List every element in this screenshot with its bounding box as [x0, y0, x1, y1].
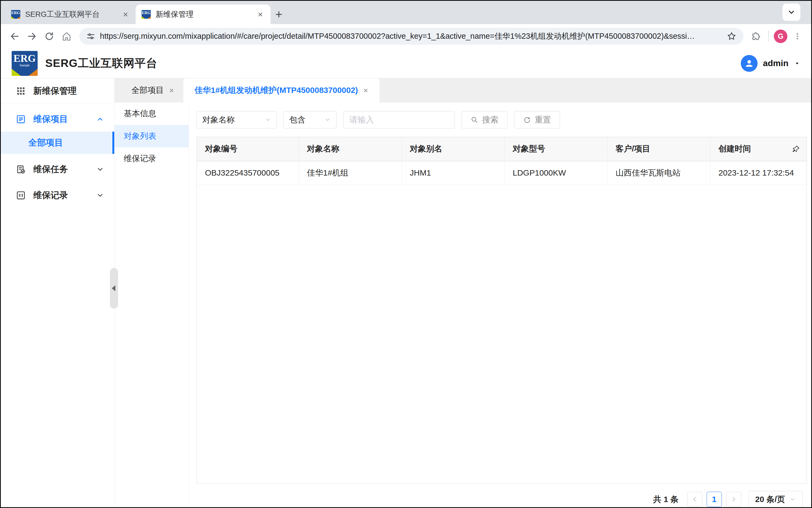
sidebar-item-all-projects[interactable]: 全部项目 [1, 132, 114, 154]
browser-tab-maintenance[interactable]: ERG 新维保管理 × [136, 5, 271, 24]
col-create-time: 创建时间 [710, 137, 807, 161]
col-object-id: 对象编号 [197, 137, 299, 161]
detail-subnav: 基本信息 对象列表 维保记录 [114, 102, 189, 507]
reset-refresh-icon [523, 116, 531, 124]
new-tab-button[interactable]: + [275, 8, 282, 20]
forward-button[interactable] [25, 29, 39, 44]
subnav-item-object-list[interactable]: 对象列表 [114, 125, 189, 147]
chevron-down-icon [787, 8, 796, 16]
search-icon [471, 116, 478, 124]
user-avatar [741, 55, 758, 72]
caret-down-icon [794, 60, 800, 67]
chevron-down-icon [265, 117, 271, 123]
kebab-menu-icon [793, 32, 802, 40]
chevron-down-icon [324, 117, 331, 123]
browser-menu-button[interactable] [790, 29, 805, 44]
tab-close-icon[interactable]: × [121, 9, 130, 19]
cell-object-name: 佳华1#机组 [299, 161, 401, 185]
chevron-down-icon [96, 166, 104, 173]
search-button[interactable]: 搜索 [462, 111, 508, 128]
browser-tab-serg-platform[interactable]: ERG SERG工业互联网平台 × [5, 5, 136, 24]
col-object-alias: 对象别名 [401, 137, 505, 161]
sidebar-module-title[interactable]: 新维保管理 [1, 82, 114, 100]
app-body: 新维保管理 维保项目 全部项目 维保任务 维保记录 全部项目 [1, 78, 811, 507]
app-header: ERG Sample SERG工业互联网平台 admin [1, 48, 811, 78]
back-button[interactable] [7, 29, 22, 44]
pagination-total: 共 1 条 [653, 494, 678, 505]
sidebar-collapse-handle[interactable] [110, 268, 118, 308]
cell-object-id: OBJ3225435700005 [197, 161, 299, 185]
object-list-panel: 对象名称 包含 搜索 重置 [189, 102, 811, 507]
tab-close-icon[interactable]: × [256, 9, 265, 19]
cell-create-time: 2023-12-12 17:32:54 [710, 161, 807, 185]
site-settings-icon [86, 32, 95, 41]
reload-button[interactable] [42, 29, 57, 44]
erg-favicon: ERG [142, 10, 151, 19]
sidebar: 新维保管理 维保项目 全部项目 维保任务 维保记录 [1, 78, 114, 507]
sidebar-item-label: 全部项目 [29, 137, 63, 149]
chevron-left-icon [691, 496, 698, 503]
filter-field-select[interactable]: 对象名称 [197, 111, 277, 128]
cell-customer-project: 山西佳华瓦斯电站 [607, 161, 710, 185]
subnav-item-maintenance-records[interactable]: 维保记录 [114, 147, 189, 170]
object-table: 对象编号 对象名称 对象别名 对象型号 客户/项目 创建时间 [197, 137, 807, 483]
tab-close-icon[interactable]: × [363, 86, 368, 94]
sidebar-item-maintenance-tasks[interactable]: 维保任务 [1, 159, 114, 180]
chevron-right-icon [730, 496, 737, 503]
chevron-down-icon [96, 192, 104, 199]
project-list-icon [16, 114, 26, 124]
sidebar-item-label: 维保任务 [33, 163, 68, 175]
user-name: admin [763, 58, 789, 68]
apps-grid-icon [16, 86, 26, 96]
sidebar-group-label: 维保项目 [33, 113, 68, 125]
home-button[interactable] [59, 29, 74, 44]
person-icon [744, 58, 755, 69]
reload-icon [44, 32, 54, 41]
page-tab-all-projects[interactable]: 全部项目 × [124, 78, 181, 102]
detail-body: 基本信息 对象列表 维保记录 对象名称 包含 [114, 102, 811, 507]
pin-icon[interactable] [792, 145, 800, 153]
tab-close-icon[interactable]: × [169, 86, 174, 94]
url-bar[interactable]: https://serg.mixyun.com/mixapplication/#… [79, 28, 744, 45]
pagination-prev-button[interactable] [687, 492, 702, 507]
extensions-button[interactable] [749, 29, 764, 44]
browser-tabstrip: ERG SERG工业互联网平台 × ERG 新维保管理 × + [1, 1, 811, 24]
app-title: SERG工业互联网平台 [45, 56, 157, 71]
extensions-puzzle-icon [751, 32, 761, 41]
col-customer-project: 客户/项目 [607, 137, 710, 161]
sidebar-divider [1, 104, 114, 104]
sidebar-group-maintenance-projects[interactable]: 维保项目 [1, 109, 114, 129]
filter-bar: 对象名称 包含 搜索 重置 [197, 111, 807, 128]
sidebar-item-label: 维保记录 [33, 189, 68, 201]
reset-button[interactable]: 重置 [514, 111, 560, 128]
pagination-next-button[interactable] [726, 492, 741, 507]
browser-tab-title: SERG工业互联网平台 [25, 9, 116, 19]
toolbar-divider [768, 31, 769, 42]
browser-profile-avatar[interactable]: G [774, 30, 787, 43]
erg-logo: ERG Sample [12, 51, 38, 76]
filter-value-input[interactable] [343, 111, 455, 128]
bookmark-star-icon[interactable] [727, 32, 736, 41]
sidebar-item-maintenance-records[interactable]: 维保记录 [1, 185, 114, 206]
page-tabs: 全部项目 × 佳华1#机组发动机维护(MTP4500083700002) × [114, 78, 811, 102]
tab-search-button[interactable] [782, 3, 800, 21]
user-menu[interactable]: admin [741, 55, 800, 72]
cell-object-alias: JHM1 [401, 161, 505, 185]
collapse-left-icon [112, 285, 115, 291]
pagination-page-1[interactable]: 1 [707, 492, 722, 507]
cell-object-model: LDGP1000KW [505, 161, 607, 185]
page-tab-project-detail[interactable]: 佳华1#机组发动机维护(MTP4500083700002) × [183, 78, 380, 102]
home-icon [61, 31, 72, 41]
browser-tab-title: 新维保管理 [156, 9, 251, 19]
col-object-model: 对象型号 [505, 137, 607, 161]
module-title-label: 新维保管理 [33, 85, 77, 97]
back-icon [9, 31, 20, 41]
table-row[interactable]: OBJ3225435700005 佳华1#机组 JHM1 LDGP1000KW … [197, 161, 807, 185]
subnav-item-basic-info[interactable]: 基本信息 [114, 102, 189, 125]
filter-operator-select[interactable]: 包含 [284, 111, 337, 128]
erg-favicon: ERG [11, 10, 20, 19]
page-size-select[interactable]: 20 条/页 [748, 491, 803, 508]
url-text[interactable]: https://serg.mixyun.com/mixapplication/#… [100, 31, 722, 42]
content-area: 全部项目 × 佳华1#机组发动机维护(MTP4500083700002) × 基… [114, 78, 811, 507]
chevron-down-icon [789, 496, 796, 503]
